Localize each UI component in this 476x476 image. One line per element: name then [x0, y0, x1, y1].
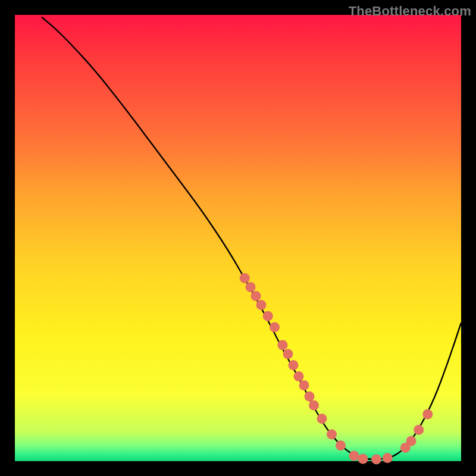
curve-marker: [383, 453, 393, 463]
curve-marker: [422, 409, 433, 419]
curve-marker: [305, 392, 315, 402]
curve-marker: [358, 454, 368, 464]
curve-marker: [256, 300, 267, 310]
curve-marker: [327, 430, 337, 440]
curve-marker: [317, 414, 327, 424]
bottleneck-curve: [15, 15, 461, 461]
curve-marker: [283, 349, 293, 359]
curve-marker: [349, 451, 359, 461]
curve-marker: [414, 425, 424, 435]
curve-marker: [289, 360, 299, 370]
curve-marker: [371, 455, 381, 465]
curve-marker: [299, 380, 309, 390]
curve-marker: [240, 273, 250, 283]
curve-marker: [263, 311, 273, 321]
curve-marker: [406, 436, 416, 446]
curve-path: [42, 17, 461, 459]
chart-container: TheBottleneck.com: [0, 0, 476, 476]
curve-marker: [270, 322, 280, 333]
curve-marker: [294, 371, 304, 381]
curve-marker: [246, 282, 256, 292]
curve-marker: [309, 400, 319, 411]
curve-marker: [278, 340, 288, 350]
curve-markers: [240, 273, 433, 465]
curve-marker: [251, 291, 261, 301]
curve-marker: [336, 440, 346, 450]
